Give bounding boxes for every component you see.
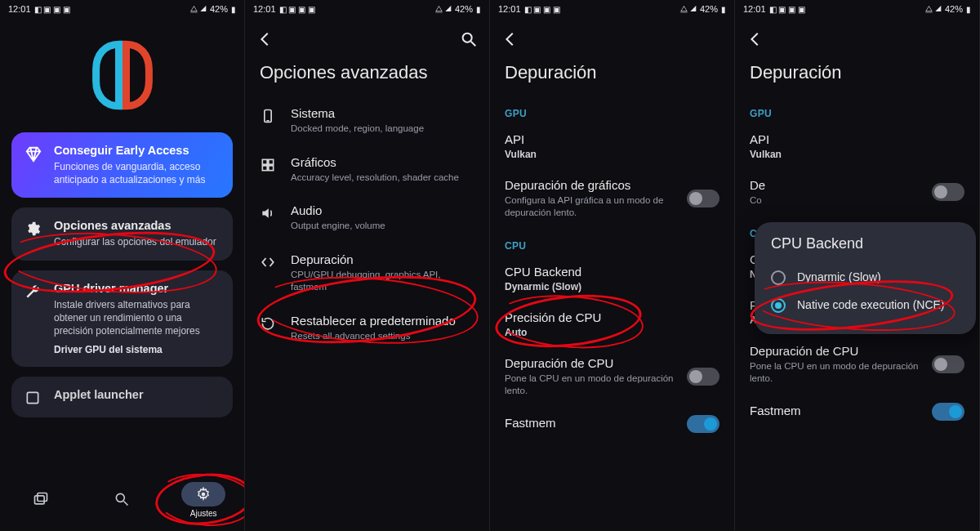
battery-icon: ▮ xyxy=(231,5,236,14)
section-cpu: CPU xyxy=(490,229,734,257)
diamond-icon xyxy=(24,145,42,163)
svg-rect-10 xyxy=(262,159,267,164)
toggle-fastmem[interactable] xyxy=(687,415,719,433)
screen-4-debug-dialog: 12:01◧ ▣ ▣ ▣ ⧋ ◢42%▮ Depuración GPU APIV… xyxy=(735,0,980,531)
back-button[interactable] xyxy=(501,30,519,48)
setting-api[interactable]: APIVulkan xyxy=(490,124,734,170)
status-icons-left: ◧ ▣ ▣ ▣ xyxy=(279,5,315,14)
advanced-options-card[interactable]: Opciones avanzadas Configurar las opcion… xyxy=(11,207,233,260)
toggle-cpu-debug[interactable] xyxy=(687,368,719,386)
box-icon xyxy=(24,390,42,406)
applet-title: Applet launcher xyxy=(54,388,144,401)
screen-3-debug: 12:01◧ ▣ ▣ ▣ ⧋ ◢42%▮ Depuración GPU APIV… xyxy=(490,0,735,531)
wifi-icon: ⧋ ◢ xyxy=(435,4,452,14)
page-title: Opciones avanzadas xyxy=(245,57,489,96)
radio-nce[interactable]: Native code execution (NCE) xyxy=(768,292,963,319)
adv-sub: Configurar las opciones del emulador xyxy=(54,235,216,248)
speaker-icon xyxy=(260,205,278,221)
setting-cpu-debug[interactable]: Depuración de CPUPone la CPU en un modo … xyxy=(490,348,734,407)
svg-rect-12 xyxy=(262,165,267,170)
status-bar: 12:01 ◧ ▣ ▣ ▣ ⧋ ◢ 42% ▮ xyxy=(0,0,244,18)
item-graficos[interactable]: GráficosAccuracy level, resolution, shad… xyxy=(245,145,489,194)
nav-folders[interactable] xyxy=(8,487,74,514)
grid-icon xyxy=(260,157,278,173)
restore-icon xyxy=(260,315,278,332)
phone-icon xyxy=(260,108,278,124)
setting-fastmem[interactable]: Fastmem xyxy=(490,407,734,443)
dialog-title: CPU Backend xyxy=(768,235,963,252)
screen-2-advanced-options: 12:01◧ ▣ ▣ ▣ ⧋ ◢42%▮ Opciones avanzadas … xyxy=(245,0,490,531)
radio-icon xyxy=(771,270,786,285)
battery-percent: 42% xyxy=(700,4,718,14)
adv-title: Opciones avanzadas xyxy=(54,219,216,232)
setting-cpu-backend[interactable]: CPU BackendDynarmic (Slow) xyxy=(490,257,734,302)
gpu-foot: Driver GPU del sistema xyxy=(54,344,220,355)
battery-icon: ▮ xyxy=(476,5,481,14)
app-logo xyxy=(0,38,244,112)
nav-search[interactable] xyxy=(89,487,154,514)
early-access-card[interactable]: Conseguir Early Access Funciones de vang… xyxy=(11,132,233,198)
nav-settings-label: Ajustes xyxy=(190,509,217,518)
svg-rect-11 xyxy=(269,159,274,164)
gpu-title: GPU driver manager xyxy=(54,282,220,295)
wifi-icon: ⧋ ◢ xyxy=(680,4,697,14)
nav-settings[interactable]: Ajustes xyxy=(171,482,236,518)
battery-icon: ▮ xyxy=(721,5,726,14)
bottom-nav: Ajustes xyxy=(0,474,244,531)
setting-gpu-debug[interactable]: Depuración de gráficosConfigura la API g… xyxy=(490,170,734,229)
svg-point-3 xyxy=(117,493,125,502)
svg-line-7 xyxy=(471,42,476,47)
wrench-icon xyxy=(24,283,42,300)
cpu-backend-dialog: CPU Backend Dynarmic (Slow) Native code … xyxy=(755,222,976,334)
svg-point-5 xyxy=(202,493,206,497)
ea-sub: Funciones de vanguardia, acceso anticipa… xyxy=(54,160,220,186)
status-icons-left: ◧ ▣ ▣ ▣ xyxy=(524,5,560,14)
svg-rect-2 xyxy=(38,493,47,501)
status-time: 12:01 xyxy=(498,4,521,14)
svg-line-4 xyxy=(124,501,128,505)
section-gpu: GPU xyxy=(490,96,734,124)
page-title: Depuración xyxy=(490,57,734,96)
code-icon xyxy=(260,254,278,270)
item-audio[interactable]: AudioOutput engine, volume xyxy=(245,194,489,243)
status-icons-left: ◧ ▣ ▣ ▣ xyxy=(34,5,70,14)
toggle-gpu-debug[interactable] xyxy=(687,190,719,207)
search-button[interactable] xyxy=(460,30,478,48)
svg-rect-0 xyxy=(27,392,38,403)
radio-icon-selected xyxy=(771,298,786,313)
applet-launcher-card[interactable]: Applet launcher xyxy=(11,377,233,417)
gear-icon xyxy=(24,221,42,237)
back-button[interactable] xyxy=(256,30,274,48)
svg-rect-13 xyxy=(269,165,274,170)
svg-point-6 xyxy=(463,33,472,42)
setting-cpu-precision[interactable]: Precisión de CPUAuto xyxy=(490,302,734,348)
screen-1-settings-home: 12:01 ◧ ▣ ▣ ▣ ⧋ ◢ 42% ▮ Conseguir Early … xyxy=(0,0,245,531)
battery-percent: 42% xyxy=(455,4,473,14)
ea-title: Conseguir Early Access xyxy=(54,144,220,157)
item-reset[interactable]: Restablecer a predeterminadoResets all a… xyxy=(245,304,489,353)
item-sistema[interactable]: SistemaDocked mode, region, language xyxy=(245,96,489,145)
svg-rect-1 xyxy=(34,495,44,503)
item-depuracion[interactable]: DepuraciónCPU/GPU debugging, graphics AP… xyxy=(245,243,489,304)
gpu-sub: Instale drivers alternativos para obtene… xyxy=(54,298,220,338)
status-time: 12:01 xyxy=(253,4,276,14)
radio-dynarmic[interactable]: Dynarmic (Slow) xyxy=(768,264,963,292)
battery-percent: 42% xyxy=(210,4,228,14)
status-bar: 12:01◧ ▣ ▣ ▣ ⧋ ◢42%▮ xyxy=(245,0,489,18)
gpu-driver-manager-card[interactable]: GPU driver manager Instale drivers alter… xyxy=(11,270,233,368)
status-bar: 12:01◧ ▣ ▣ ▣ ⧋ ◢42%▮ xyxy=(490,0,734,18)
wifi-icon: ⧋ ◢ xyxy=(190,4,207,14)
status-time: 12:01 xyxy=(8,4,31,14)
